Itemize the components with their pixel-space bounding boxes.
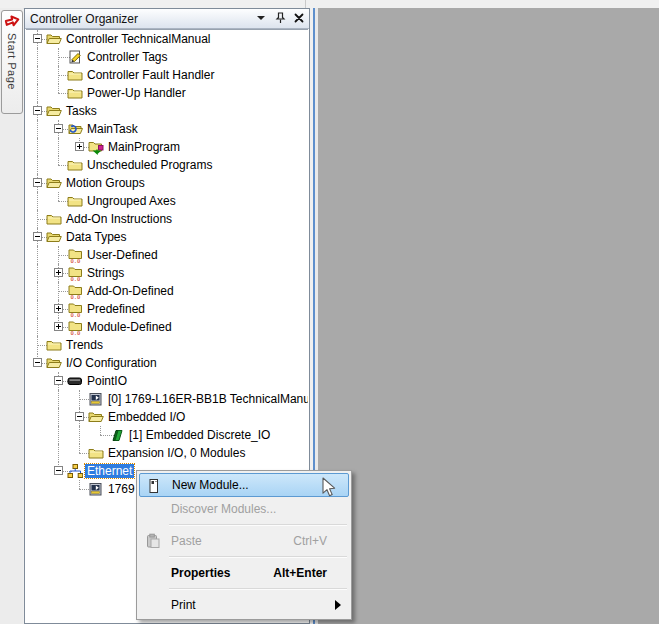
program-folder-icon [88, 139, 104, 155]
tree-guide-line [58, 408, 60, 426]
svg-text:0,0: 0,0 [71, 294, 81, 300]
tree-item-mainprogram[interactable]: MainProgram [26, 138, 308, 156]
tree-item-label[interactable]: PointIO [85, 374, 129, 388]
menu-separator [169, 588, 347, 590]
tree-guide-line [37, 48, 39, 66]
tree-item-power-up-handler[interactable]: Power-Up Handler [26, 84, 308, 102]
tree-item-label[interactable]: Power-Up Handler [85, 86, 188, 100]
tree-item-0-1769-l16er-bb1b-technicalmanual[interactable]: [0] 1769-L16ER-BB1B TechnicalManual [26, 390, 308, 408]
panel-title: Controller Organizer [25, 12, 138, 26]
menu-item-shortcut: Ctrl+V [293, 534, 327, 548]
tree-item-data-types[interactable]: Data Types [26, 228, 308, 246]
tree-item-label[interactable]: Controller Tags [85, 50, 169, 64]
tree-item-i-o-configuration[interactable]: I/O Configuration [26, 354, 308, 372]
menu-item-discover-modules[interactable]: Discover Modules... [139, 497, 349, 521]
module-icon [146, 478, 162, 494]
tree-item-label[interactable]: Trends [64, 338, 105, 352]
menu-separator [169, 556, 347, 558]
tree-item-add-on-instructions[interactable]: Add-On Instructions [26, 210, 308, 228]
tree-item-ungrouped-axes[interactable]: Ungrouped Axes [26, 192, 308, 210]
collapse-box-icon[interactable] [33, 34, 42, 43]
tree-guide-line [37, 282, 39, 300]
collapse-box-icon[interactable] [75, 412, 84, 421]
tree-item-label[interactable]: I/O Configuration [64, 356, 159, 370]
tree-item-label[interactable]: MainProgram [106, 140, 182, 154]
menu-item-label: Properties [139, 566, 230, 580]
tree-item-trends[interactable]: Trends [26, 336, 308, 354]
expand-box-icon[interactable] [54, 322, 63, 331]
tree-item-strings[interactable]: 0,0Strings [26, 264, 308, 282]
tree-item-label[interactable]: Ungrouped Axes [85, 194, 178, 208]
collapse-box-icon[interactable] [33, 106, 42, 115]
menu-item-paste[interactable]: PasteCtrl+V [139, 529, 349, 553]
tree-guide-line [58, 192, 60, 201]
tree-item-label[interactable]: Predefined [85, 302, 147, 316]
collapse-box-icon[interactable] [54, 124, 63, 133]
tree-item-label[interactable]: Embedded I/O [106, 410, 187, 424]
tree-item-label[interactable]: Controller TechnicalManual [64, 32, 213, 46]
tree-item-label[interactable]: Add-On-Defined [85, 284, 176, 298]
collapse-box-icon[interactable] [54, 466, 63, 475]
toolbar-divider [305, 0, 306, 8]
tree-item-unscheduled-programs[interactable]: Unscheduled Programs [26, 156, 308, 174]
tree-item-label[interactable]: User-Defined [85, 248, 160, 262]
panel-header[interactable]: Controller Organizer [25, 9, 309, 29]
tab-start-page[interactable]: Start Page [1, 10, 23, 114]
tree-item-maintask[interactable]: MainTask [26, 120, 308, 138]
tree-item-label[interactable]: Data Types [64, 230, 128, 244]
tree-guide-line [58, 390, 60, 408]
folder-closed-icon [67, 193, 83, 209]
collapse-box-icon[interactable] [33, 178, 42, 187]
tree-item-label[interactable]: MainTask [85, 122, 140, 136]
expand-box-icon[interactable] [54, 304, 63, 313]
tree-item-label[interactable]: Expansion I/O, 0 Modules [106, 446, 247, 460]
tree-item-label[interactable]: Strings [85, 266, 126, 280]
tree-item-module-defined[interactable]: 0,0Module-Defined [26, 318, 308, 336]
tags-icon [67, 49, 83, 65]
controller-module-icon [88, 391, 104, 407]
tree-item-label[interactable]: Controller Fault Handler [85, 68, 216, 82]
expand-box-icon[interactable] [75, 142, 84, 151]
collapse-box-icon[interactable] [33, 358, 42, 367]
tree-guide-line [37, 318, 39, 336]
datatype-folder-icon: 0,0 [67, 265, 83, 281]
tree-guide-line [79, 444, 81, 453]
menu-item-properties[interactable]: PropertiesAlt+Enter [139, 561, 349, 585]
tree-item-motion-groups[interactable]: Motion Groups [26, 174, 308, 192]
menu-item-new-module[interactable]: New Module... [139, 473, 349, 497]
tree-item-label[interactable]: Module-Defined [85, 320, 174, 334]
folder-open-icon [46, 355, 62, 371]
tree-item-1-embedded-discrete-io[interactable]: [1] Embedded Discrete_IO [26, 426, 308, 444]
chevron-down-icon[interactable] [254, 11, 268, 25]
tree-item-add-on-defined[interactable]: 0,0Add-On-Defined [26, 282, 308, 300]
tree-guide-line [79, 480, 81, 489]
tree-item-controller-fault-handler[interactable]: Controller Fault Handler [26, 66, 308, 84]
tree-item-expansion-i-o-0-modules[interactable]: Expansion I/O, 0 Modules [26, 444, 308, 462]
tree-item-embedded-i-o[interactable]: Embedded I/O [26, 408, 308, 426]
menu-item-print[interactable]: Print [139, 593, 349, 617]
tree-item-tasks[interactable]: Tasks [26, 102, 308, 120]
tree-item-label[interactable]: [1] Embedded Discrete_IO [127, 428, 272, 442]
tab-start-page-label: Start Page [6, 33, 18, 90]
tree-guide-line [37, 300, 39, 318]
close-icon[interactable] [292, 11, 306, 25]
tree-item-user-defined[interactable]: 0,0User-Defined [26, 246, 308, 264]
tree-item-label[interactable]: 1769 [106, 482, 137, 496]
collapse-box-icon[interactable] [54, 376, 63, 385]
tree-item-label[interactable]: Ethernet [85, 464, 134, 478]
tree-guide-line [37, 156, 39, 174]
tree-guide-line [37, 246, 39, 264]
pin-icon[interactable] [273, 11, 287, 25]
tree-item-controller-technicalmanual[interactable]: Controller TechnicalManual [26, 30, 308, 48]
tree-item-label[interactable]: Unscheduled Programs [85, 158, 214, 172]
tree-item-pointio[interactable]: PointIO [26, 372, 308, 390]
menu-separator [169, 524, 347, 526]
tree-item-predefined[interactable]: 0,0Predefined [26, 300, 308, 318]
tree-item-controller-tags[interactable]: Controller Tags [26, 48, 308, 66]
collapse-box-icon[interactable] [33, 232, 42, 241]
expand-box-icon[interactable] [54, 268, 63, 277]
tree-item-label[interactable]: Tasks [64, 104, 99, 118]
tree-item-label[interactable]: Add-On Instructions [64, 212, 174, 226]
tree-item-label[interactable]: Motion Groups [64, 176, 147, 190]
tree-item-label[interactable]: [0] 1769-L16ER-BB1B TechnicalManual [106, 392, 308, 406]
